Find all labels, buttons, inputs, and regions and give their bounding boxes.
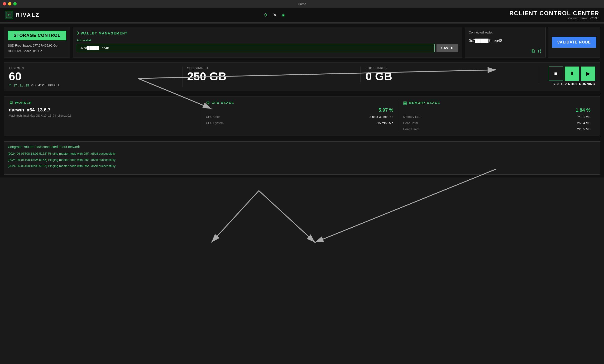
task-value: 60 bbox=[9, 71, 177, 82]
wallet-header: ₿ WALLET MANAGEMENT bbox=[77, 31, 458, 36]
top-row: STORAGE CONTROL SSD Free Space: 277.27/4… bbox=[4, 27, 600, 58]
maximize-btn[interactable] bbox=[13, 2, 17, 5]
titlebar-buttons bbox=[3, 2, 17, 5]
log-congrats: Congrats. You are now connected to our n… bbox=[8, 145, 596, 149]
heap-total-value: 25.94 MB bbox=[577, 120, 591, 126]
hdd-shared-label: HDD SHARED bbox=[365, 66, 534, 70]
hdd-value: 0/0 Gb bbox=[33, 49, 42, 53]
memory-label: MEMORY USAGE bbox=[409, 101, 440, 105]
log-box: Congrats. You are now connected to our n… bbox=[4, 141, 600, 175]
cpu-system-value: 15 min 25 s bbox=[377, 120, 393, 126]
cpu-system-row: CPU System 15 min 25 s bbox=[206, 120, 393, 126]
connected-label: Connected wallet bbox=[469, 31, 541, 34]
heap-used-label: Heap Used bbox=[403, 126, 418, 132]
pid-value: 41918 bbox=[38, 84, 46, 87]
heap-total-label: Heap Total bbox=[403, 120, 418, 126]
memory-block: ▦ MEMORY USAGE 1.84 % Memory RSS 74.81 M… bbox=[398, 100, 595, 132]
cpu-label: CPU USAGE bbox=[212, 101, 234, 105]
worker-block: 🖥 WORKER darwin_x64_13.6.7 Macintosh; In… bbox=[9, 100, 201, 132]
wallet-section-label: WALLET MANAGEMENT bbox=[81, 31, 128, 35]
logo-icon: R/ bbox=[5, 11, 13, 19]
cpu-user-value: 3 hour 38 min 7 s bbox=[369, 114, 393, 120]
status-prefix: STATUS: bbox=[553, 82, 567, 86]
titlebar: Home bbox=[0, 0, 604, 8]
info-row: 🖥 WORKER darwin_x64_13.6.7 Macintosh; In… bbox=[4, 96, 600, 136]
log-line-2: [2024-06-06T08:18:05.515Z] Pinging maste… bbox=[8, 163, 596, 169]
wallet-icon: ₿ bbox=[77, 31, 79, 36]
discord-icon[interactable]: ◈ bbox=[282, 12, 285, 18]
worker-header: 🖥 WORKER bbox=[9, 100, 196, 105]
connected-wallet-box: Connected wallet 0x7█████7...eb48 ⧉ ⟨⟩ bbox=[465, 27, 546, 58]
wallet-add-label: Add wallet bbox=[77, 38, 458, 42]
window-title: Home bbox=[298, 2, 306, 6]
status-display: STATUS: NODE RUNNING bbox=[553, 82, 595, 86]
ssd-shared-value: 250 GB bbox=[187, 71, 356, 82]
play-button[interactable]: ▶ bbox=[581, 66, 595, 81]
header-icons: ✈ ✕ ◈ bbox=[264, 12, 285, 18]
ppid-value: 1 bbox=[58, 84, 59, 87]
controls-block: ■ ⏸ ▶ bbox=[544, 66, 595, 81]
wallet-save-button[interactable]: SAVED bbox=[437, 44, 458, 52]
connected-icons: ⧉ ⟨⟩ bbox=[469, 48, 541, 54]
cpu-block: ⚙ CPU USAGE 5.97 % CPU User 3 hour 38 mi… bbox=[201, 100, 399, 132]
ssd-shared-label: SSD SHARED bbox=[187, 66, 356, 70]
task-block: TASK/MIN 60 ⏱ 17 : 11 : 35 PID: 41918 PP… bbox=[9, 66, 182, 87]
memory-percentage: 1.84 % bbox=[576, 107, 591, 113]
ssd-value: 277.27/465.92 Gb bbox=[33, 44, 58, 47]
memory-icon: ▦ bbox=[403, 100, 407, 105]
status-value: NODE RUNNING bbox=[568, 82, 595, 86]
share-icon[interactable]: ⟨⟩ bbox=[538, 48, 541, 54]
worker-icon: 🖥 bbox=[9, 100, 13, 105]
header: R/ RIVALZ ✈ ✕ ◈ RCLIENT CONTROL CENTER P… bbox=[0, 8, 604, 23]
ppid-label: PPID: bbox=[48, 84, 56, 87]
copy-icon[interactable]: ⧉ bbox=[531, 48, 535, 54]
app-title: RCLIENT CONTROL CENTER bbox=[509, 10, 599, 17]
ssd-shared-block: SSD SHARED 250 GB bbox=[182, 66, 361, 82]
memory-rss-label: Memory RSS bbox=[403, 114, 421, 120]
pause-button[interactable]: ⏸ bbox=[565, 66, 579, 81]
time-value: 17 : 11 : 35 bbox=[13, 84, 29, 87]
memory-heap-total-row: Heap Total 25.94 MB bbox=[403, 120, 591, 126]
memory-rss-value: 74.81 MB bbox=[577, 114, 591, 120]
close-btn[interactable] bbox=[3, 2, 6, 5]
storage-info: SSD Free Space: 277.27/465.92 Gb HDD Fre… bbox=[8, 43, 66, 54]
platform-text: Platform: darwin_v20.9.0 bbox=[509, 17, 599, 20]
cpu-user-row: CPU User 3 hour 38 min 7 s bbox=[206, 114, 393, 120]
worker-name: darwin_x64_13.6.7 bbox=[9, 107, 196, 113]
logo-text: RIVALZ bbox=[16, 12, 40, 18]
worker-label: WORKER bbox=[15, 101, 32, 105]
hdd-label: HDD Free Space: bbox=[8, 49, 32, 53]
cpu-user-label: CPU User bbox=[206, 114, 220, 120]
x-icon[interactable]: ✕ bbox=[273, 12, 277, 18]
task-label: TASK/MIN bbox=[9, 66, 177, 70]
validate-node-button[interactable]: VALIDATE NODE bbox=[552, 37, 596, 48]
log-line-0: [2024-06-06T08:18:05.515Z] Pinging maste… bbox=[8, 151, 596, 157]
main-content: STORAGE CONTROL SSD Free Space: 277.27/4… bbox=[0, 24, 604, 177]
logo: R/ RIVALZ bbox=[5, 11, 40, 19]
stats-bottom: ⏱ 17 : 11 : 35 PID: 41918 PPID: 1 bbox=[9, 84, 177, 87]
stop-button[interactable]: ■ bbox=[549, 66, 563, 81]
storage-box: STORAGE CONTROL SSD Free Space: 277.27/4… bbox=[4, 27, 70, 58]
pid-label: PID: bbox=[31, 84, 36, 87]
clock-icon: ⏱ bbox=[9, 84, 12, 87]
cpu-percentage: 5.97 % bbox=[378, 107, 393, 113]
memory-header: ▦ MEMORY USAGE bbox=[403, 100, 591, 105]
hdd-shared-value: 0 GB bbox=[365, 71, 534, 82]
worker-detail: Macintosh; Intel Mac OS X 10_15_7 | rcli… bbox=[9, 113, 196, 118]
cpu-system-label: CPU System bbox=[206, 120, 224, 126]
storage-control-button[interactable]: STORAGE CONTROL bbox=[8, 31, 66, 40]
connected-addr: 0x7█████7...eb48 bbox=[469, 39, 541, 43]
wallet-box: ₿ WALLET MANAGEMENT Add wallet SAVED bbox=[73, 27, 462, 58]
svg-line-5 bbox=[212, 190, 259, 242]
telegram-icon[interactable]: ✈ bbox=[264, 12, 268, 18]
hdd-shared-block: HDD SHARED 0 GB bbox=[361, 66, 539, 82]
wallet-input[interactable] bbox=[77, 44, 435, 52]
cpu-icon: ⚙ bbox=[206, 100, 210, 105]
svg-line-6 bbox=[259, 190, 315, 242]
heap-used-value: 22.55 MB bbox=[577, 126, 591, 132]
memory-rss-row: Memory RSS 74.81 MB bbox=[403, 114, 591, 120]
cpu-header: ⚙ CPU USAGE bbox=[206, 100, 393, 105]
log-line-1: [2024-06-06T08:18:05.515Z] Pinging maste… bbox=[8, 157, 596, 163]
memory-heap-used-row: Heap Used 22.55 MB bbox=[403, 126, 591, 132]
minimize-btn[interactable] bbox=[8, 2, 12, 5]
